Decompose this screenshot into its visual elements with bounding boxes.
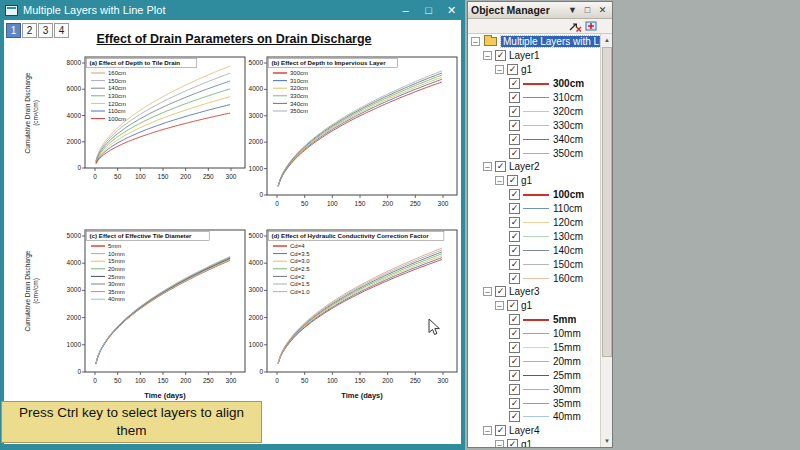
line-swatch-icon [523, 125, 549, 126]
minimize-button[interactable]: – [397, 3, 414, 17]
visibility-checkbox[interactable]: ✓ [509, 259, 520, 270]
tree-item-g1[interactable]: –✓g1 [468, 63, 600, 77]
collapse-icon[interactable]: – [483, 426, 492, 435]
visibility-checkbox[interactable]: ✓ [495, 286, 506, 297]
tree-item-150cm[interactable]: ✓150cm [468, 257, 600, 271]
visibility-checkbox[interactable]: ✓ [509, 398, 520, 409]
add-annotation-icon[interactable] [585, 20, 598, 32]
tree-item-100cm[interactable]: ✓100cm [468, 188, 600, 202]
tree-item-160cm[interactable]: ✓160cm [468, 271, 600, 285]
visibility-checkbox[interactable]: ✓ [509, 92, 520, 103]
subplot-d[interactable]: 010002000300040005000050100150200250300(… [228, 223, 461, 391]
collapse-icon[interactable]: – [483, 287, 492, 296]
line-swatch-icon [523, 139, 549, 140]
collapse-icon[interactable]: – [495, 301, 504, 310]
tree-item-110cm[interactable]: ✓110cm [468, 202, 600, 216]
visibility-checkbox[interactable]: ✓ [509, 148, 520, 159]
scrollbar-thumb[interactable] [602, 47, 612, 357]
window-title: Multiple Layers with Line Plot [23, 4, 391, 16]
svg-text:10mm: 10mm [108, 251, 125, 257]
visibility-checkbox[interactable]: ✓ [509, 384, 520, 395]
visibility-checkbox[interactable]: ✓ [509, 203, 520, 214]
visibility-checkbox[interactable]: ✓ [495, 425, 506, 436]
svg-text:100: 100 [327, 377, 338, 384]
visibility-checkbox[interactable]: ✓ [495, 161, 506, 172]
visibility-checkbox[interactable]: ✓ [509, 245, 520, 256]
layer-tab-1[interactable]: 1 [6, 23, 21, 38]
visibility-checkbox[interactable]: ✓ [495, 50, 506, 61]
tree-item-layer3[interactable]: –✓Layer3 [468, 285, 600, 299]
visibility-checkbox[interactable]: ✓ [509, 217, 520, 228]
object-manager-header[interactable]: Object Manager ▼ □ ✕ [468, 2, 612, 19]
tree-item-330cm[interactable]: ✓330cm [468, 118, 600, 132]
tree-item-120cm[interactable]: ✓120cm [468, 216, 600, 230]
collapse-icon[interactable]: – [471, 37, 480, 46]
panel-menu-icon[interactable]: ▼ [566, 4, 579, 17]
subplot-a[interactable]: 02000400060008000050100150200250300(a) E… [28, 50, 258, 188]
tree-item-label: g1 [521, 64, 532, 75]
tree-item-multiple-layers-with-line-plot[interactable]: –Multiple Layers with Line Plot [468, 35, 600, 49]
tree-item-40mm[interactable]: ✓40mm [468, 410, 600, 424]
tree-item-300cm[interactable]: ✓300cm [468, 77, 600, 91]
visibility-checkbox[interactable]: ✓ [509, 78, 520, 89]
line-swatch-icon [523, 375, 549, 376]
visibility-checkbox[interactable]: ✓ [509, 231, 520, 242]
tree-item-30mm[interactable]: ✓30mm [468, 382, 600, 396]
visibility-checkbox[interactable]: ✓ [509, 411, 520, 422]
visibility-checkbox[interactable]: ✓ [509, 273, 520, 284]
tree-item-g1[interactable]: –✓g1 [468, 174, 600, 188]
scroll-down-icon[interactable]: ▼ [601, 435, 612, 447]
vertical-scrollbar[interactable]: ▲ ▼ [600, 34, 612, 447]
line-swatch-icon [523, 347, 549, 348]
tree-item-layer1[interactable]: –✓Layer1 [468, 49, 600, 63]
collapse-icon[interactable]: – [483, 162, 492, 171]
maximize-button[interactable]: □ [420, 3, 437, 17]
line-swatch-icon [523, 319, 549, 321]
visibility-checkbox[interactable]: ✓ [509, 342, 520, 353]
close-button[interactable]: ✕ [443, 3, 460, 17]
tree-item-340cm[interactable]: ✓340cm [468, 132, 600, 146]
collapse-icon[interactable]: – [495, 440, 504, 447]
visibility-checkbox[interactable]: ✓ [509, 314, 520, 325]
svg-text:150: 150 [158, 377, 169, 384]
tree-item-15mm[interactable]: ✓15mm [468, 341, 600, 355]
visibility-checkbox[interactable]: ✓ [507, 64, 518, 75]
visibility-checkbox[interactable]: ✓ [509, 106, 520, 117]
svg-text:(c) Effect of Effective Tile D: (c) Effect of Effective Tile Diameter [90, 232, 193, 239]
tree-item-35mm[interactable]: ✓35mm [468, 396, 600, 410]
hide-plots-icon[interactable] [569, 21, 582, 32]
visibility-checkbox[interactable]: ✓ [509, 134, 520, 145]
tree-item-g1[interactable]: –✓g1 [468, 299, 600, 313]
tree-item-20mm[interactable]: ✓20mm [468, 354, 600, 368]
tree-item-25mm[interactable]: ✓25mm [468, 368, 600, 382]
tree-item-layer2[interactable]: –✓Layer2 [468, 160, 600, 174]
panel-close-icon[interactable]: ✕ [596, 4, 609, 17]
tree-item-g1[interactable]: –✓g1 [468, 438, 600, 447]
visibility-checkbox[interactable]: ✓ [509, 189, 520, 200]
tree-item-10mm[interactable]: ✓10mm [468, 327, 600, 341]
tree-item-130cm[interactable]: ✓130cm [468, 229, 600, 243]
tree-item-320cm[interactable]: ✓320cm [468, 104, 600, 118]
subplot-b[interactable]: 010002000300040005000050100150200250300(… [228, 50, 461, 212]
visibility-checkbox[interactable]: ✓ [509, 120, 520, 131]
tree-item-310cm[interactable]: ✓310cm [468, 91, 600, 105]
visibility-checkbox[interactable]: ✓ [509, 370, 520, 381]
panel-float-icon[interactable]: □ [581, 4, 594, 17]
collapse-icon[interactable]: – [495, 176, 504, 185]
object-manager-body: –Multiple Layers with Line Plot–✓Layer1–… [468, 34, 612, 447]
tree-item-140cm[interactable]: ✓140cm [468, 243, 600, 257]
visibility-checkbox[interactable]: ✓ [507, 439, 518, 447]
tree-item-350cm[interactable]: ✓350cm [468, 146, 600, 160]
collapse-icon[interactable]: – [483, 51, 492, 60]
window-titlebar[interactable]: Multiple Layers with Line Plot – □ ✕ [0, 0, 465, 20]
visibility-checkbox[interactable]: ✓ [509, 328, 520, 339]
visibility-checkbox[interactable]: ✓ [507, 300, 518, 311]
visibility-checkbox[interactable]: ✓ [509, 356, 520, 367]
svg-text:0: 0 [275, 377, 279, 384]
tree-item-5mm[interactable]: ✓5mm [468, 313, 600, 327]
visibility-checkbox[interactable]: ✓ [507, 175, 518, 186]
tree-item-layer4[interactable]: –✓Layer4 [468, 424, 600, 438]
collapse-icon[interactable]: – [495, 65, 504, 74]
subplot-c[interactable]: 010002000300040005000050100150200250300(… [28, 223, 258, 391]
scroll-up-icon[interactable]: ▲ [601, 34, 612, 46]
